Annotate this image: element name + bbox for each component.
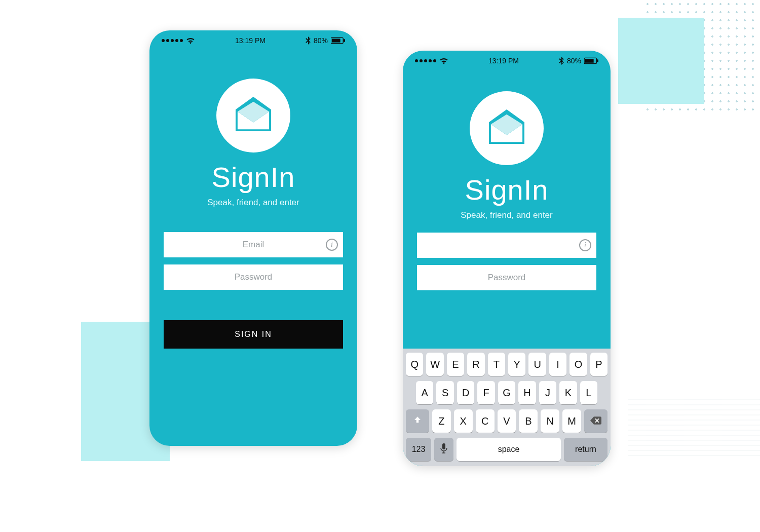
svg-rect-5 xyxy=(597,59,598,62)
signin-button[interactable]: SIGN IN xyxy=(164,320,343,349)
key-t[interactable]: T xyxy=(488,353,505,376)
app-logo xyxy=(470,91,544,165)
keyboard-row-3: Z X C V B N M xyxy=(406,409,607,433)
app-subtitle: Speak, friend, and enter xyxy=(461,210,552,220)
app-title: SignIn xyxy=(212,161,295,194)
signal-dots-icon xyxy=(162,39,183,42)
key-o[interactable]: O xyxy=(569,353,587,376)
bluetooth-icon xyxy=(559,57,564,65)
signal-dots-icon xyxy=(415,59,436,62)
battery-icon xyxy=(331,37,345,44)
battery-percent: 80% xyxy=(314,36,328,45)
status-bar: 13:19 PM 80% xyxy=(149,30,357,51)
key-w[interactable]: W xyxy=(426,353,443,376)
key-m[interactable]: M xyxy=(562,409,581,433)
password-field-wrap xyxy=(417,265,596,290)
key-e[interactable]: E xyxy=(447,353,464,376)
key-f[interactable]: F xyxy=(477,381,495,404)
app-subtitle: Speak, friend, and enter xyxy=(207,198,299,208)
svg-rect-6 xyxy=(442,443,445,449)
key-n[interactable]: N xyxy=(541,409,559,433)
key-return[interactable]: return xyxy=(564,438,607,461)
keyboard-row-1: Q W E R T Y U I O P xyxy=(406,353,607,376)
info-icon[interactable]: i xyxy=(579,239,591,251)
bluetooth-icon xyxy=(306,36,311,45)
shift-arrow-icon xyxy=(413,415,422,427)
email-field[interactable] xyxy=(417,233,596,258)
key-y[interactable]: Y xyxy=(508,353,525,376)
key-shift[interactable] xyxy=(406,409,429,433)
phone-signin-keyboard: 13:19 PM 80% xyxy=(403,51,611,466)
status-time: 13:19 PM xyxy=(488,57,519,65)
key-space[interactable]: space xyxy=(457,438,561,461)
info-icon[interactable]: i xyxy=(326,239,338,251)
key-b[interactable]: B xyxy=(519,409,538,433)
phone-signin-idle: 13:19 PM 80% xyxy=(149,30,357,446)
key-j[interactable]: J xyxy=(539,381,556,404)
key-x[interactable]: X xyxy=(454,409,473,433)
wifi-icon xyxy=(439,57,448,64)
battery-percent: 80% xyxy=(567,57,581,65)
key-h[interactable]: H xyxy=(518,381,536,404)
key-q[interactable]: Q xyxy=(406,353,423,376)
microphone-icon xyxy=(440,443,447,456)
key-l[interactable]: L xyxy=(580,381,597,404)
svg-rect-1 xyxy=(332,39,340,42)
wifi-icon xyxy=(186,37,195,44)
key-d[interactable]: D xyxy=(457,381,474,404)
keyboard-row-2: A S D F G H J K L xyxy=(406,381,607,404)
open-envelope-icon xyxy=(234,97,273,134)
app-title: SignIn xyxy=(465,173,549,206)
open-envelope-icon xyxy=(487,109,526,147)
key-v[interactable]: V xyxy=(498,409,516,433)
email-field-wrap: i xyxy=(417,233,596,258)
battery-icon xyxy=(584,57,598,64)
key-r[interactable]: R xyxy=(467,353,484,376)
app-logo xyxy=(216,79,290,153)
password-field[interactable] xyxy=(417,265,596,290)
svg-rect-2 xyxy=(344,39,345,42)
key-g[interactable]: G xyxy=(498,381,515,404)
key-backspace[interactable] xyxy=(584,409,607,433)
svg-rect-4 xyxy=(585,59,594,62)
key-u[interactable]: U xyxy=(528,353,546,376)
email-field-wrap: i xyxy=(164,232,343,257)
keyboard-row-4: 123 space return xyxy=(406,438,607,461)
key-i[interactable]: I xyxy=(549,353,566,376)
key-z[interactable]: Z xyxy=(432,409,451,433)
key-dictation[interactable] xyxy=(434,438,453,461)
onscreen-keyboard: Q W E R T Y U I O P A S D F G H J K L xyxy=(403,349,611,466)
key-numbers[interactable]: 123 xyxy=(406,438,431,461)
password-field[interactable] xyxy=(164,264,343,290)
key-a[interactable]: A xyxy=(416,381,433,404)
key-s[interactable]: S xyxy=(436,381,453,404)
password-field-wrap xyxy=(164,264,343,290)
status-time: 13:19 PM xyxy=(235,36,265,45)
key-p[interactable]: P xyxy=(590,353,607,376)
backspace-icon xyxy=(590,415,601,427)
email-field[interactable] xyxy=(164,232,343,257)
key-c[interactable]: C xyxy=(476,409,495,433)
status-bar: 13:19 PM 80% xyxy=(403,51,611,71)
key-k[interactable]: K xyxy=(559,381,577,404)
